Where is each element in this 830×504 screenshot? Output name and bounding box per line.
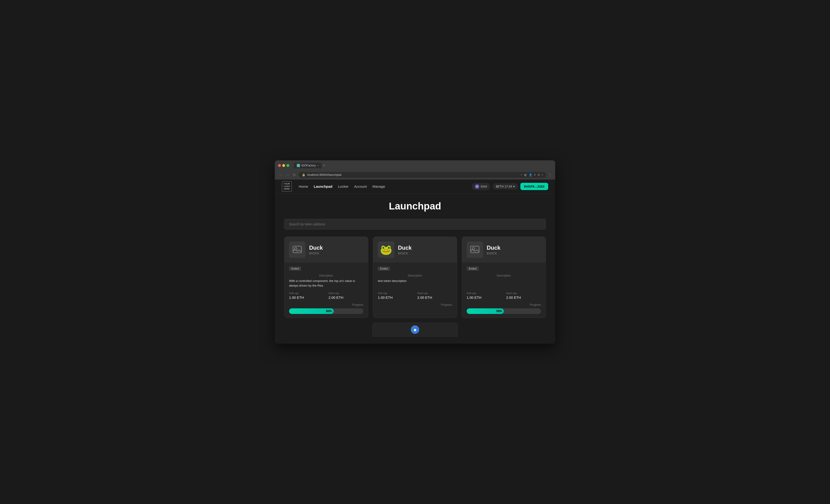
traffic-lights	[278, 164, 289, 167]
page-title: Launchpad	[284, 200, 546, 212]
extension-icon-3[interactable]: ✕	[534, 173, 536, 177]
card-2-header: 🐸 Duck $XDCK	[373, 237, 457, 262]
card-1-hardcap: Hard cap 2.00 ETH	[328, 292, 363, 300]
app-content: YOUR LOGO HERE Home Launchpad Locker Acc…	[275, 180, 555, 344]
close-button[interactable]	[278, 164, 281, 167]
partial-card[interactable]: ◆	[372, 323, 458, 337]
tab-title: IDOFactory	[301, 164, 316, 167]
card-1[interactable]: Duck $XDCK Ended Description With a cont…	[284, 237, 368, 318]
nav-links: Home Launchpad Locker Account Manage	[299, 184, 385, 188]
card-2[interactable]: 🐸 Duck $XDCK Ended Description test toke…	[373, 237, 457, 318]
card-3-desc	[467, 279, 541, 288]
nav-launchpad[interactable]: Launchpad	[314, 184, 332, 188]
card-3-progress-fill: 50%	[467, 308, 504, 314]
card-2-no-progress	[378, 308, 452, 314]
extension-icon-5[interactable]: □	[541, 173, 543, 177]
chevron-down-icon: ▾	[513, 185, 515, 188]
extension-icon-2[interactable]: 👤	[529, 173, 532, 177]
nav-account[interactable]: Account	[354, 184, 367, 188]
card-1-name: Duck	[309, 245, 363, 251]
card-2-progress: Progress	[378, 303, 452, 314]
card-2-image: 🐸	[378, 242, 394, 258]
card-1-symbol: $XDCK	[309, 252, 363, 255]
card-2-name: Duck	[398, 245, 452, 251]
card-3-desc-label: Description	[467, 274, 541, 277]
url-text: localhost:3000/#/launchpad	[307, 173, 341, 177]
card-3-image	[467, 242, 483, 258]
card-3-progress: Progress 50%	[467, 303, 541, 314]
card-3-title-area: Duck $XDCK	[487, 245, 541, 255]
tab-close-button[interactable]: ×	[317, 164, 319, 167]
duck-emoji: 🐸	[380, 244, 392, 255]
main-content: Launchpad Duck	[275, 194, 555, 344]
card-3-symbol: $XDCK	[487, 252, 541, 255]
partial-card-row: ◆	[284, 323, 546, 337]
card-3-status: Ended	[467, 266, 479, 271]
card-3-body: Ended Description Soft cap 1.00 ETH Hard…	[462, 262, 546, 318]
card-1-desc: With a controlled component, the inp ut'…	[289, 279, 363, 288]
cards-grid: Duck $XDCK Ended Description With a cont…	[284, 237, 546, 318]
navbar-right: ◈ Görli $ETH 17.04 ▾ 0x01F6…21E2	[472, 183, 548, 190]
card-3-progress-text: 50%	[496, 310, 502, 313]
svg-rect-0	[293, 246, 301, 253]
extension-icon-4[interactable]: ⚙	[537, 173, 540, 177]
card-2-body: Ended Description test token description…	[373, 262, 457, 318]
nav-locker[interactable]: Locker	[338, 184, 349, 188]
card-3-header: Duck $XDCK	[462, 237, 546, 262]
browser-chrome: I IDOFactory × +	[275, 160, 555, 171]
card-2-title-area: Duck $XDCK	[398, 245, 452, 255]
eth-balance: $ETH 17.04	[496, 185, 512, 188]
refresh-button[interactable]: ↻	[292, 172, 297, 177]
card-1-progress: Progress 60%	[289, 303, 363, 314]
navbar: YOUR LOGO HERE Home Launchpad Locker Acc…	[275, 180, 555, 194]
card-1-image	[289, 242, 306, 258]
forward-button[interactable]: →	[285, 172, 290, 177]
partial-card-icon: ◆	[411, 325, 419, 334]
card-3-hardcap: Hard cap 2.00 ETH	[506, 292, 541, 300]
maximize-button[interactable]	[286, 164, 289, 167]
card-1-desc-label: Description	[289, 274, 363, 277]
extension-icon[interactable]: 🦅	[524, 173, 528, 177]
address-bar-row: ← → ↻ 🔒 localhost:3000/#/launchpad ☆ 🦅 👤…	[275, 171, 555, 180]
address-bar-icons: ☆ 🦅 👤 ✕ ⚙ □	[520, 173, 543, 177]
card-1-softcap: Soft cap 1.00 ETH	[289, 292, 324, 300]
card-1-progress-fill: 60%	[289, 308, 334, 314]
card-2-caps: Soft cap 1.00 ETH Hard cap 2.00 ETH	[378, 292, 452, 300]
card-3-caps: Soft cap 1.00 ETH Hard cap 2.00 ETH	[467, 292, 541, 300]
card-1-header: Duck $XDCK	[284, 237, 368, 262]
back-button[interactable]: ←	[278, 172, 283, 177]
card-2-desc-label: Description	[378, 274, 452, 277]
card-1-caps: Soft cap 1.00 ETH Hard cap 2.00 ETH	[289, 292, 363, 300]
card-2-desc: test token description	[378, 279, 452, 288]
card-2-hardcap: Hard cap 2.00 ETH	[417, 292, 452, 300]
card-1-progress-bar: 60%	[289, 308, 363, 314]
nav-home[interactable]: Home	[299, 184, 308, 188]
card-1-body: Ended Description With a controlled comp…	[284, 262, 368, 318]
new-tab-button[interactable]: +	[323, 163, 325, 168]
card-1-progress-text: 60%	[326, 310, 332, 313]
card-3-progress-bar: 50%	[467, 308, 541, 314]
browser-window: I IDOFactory × + ← → ↻ 🔒 localhost:3000/…	[275, 160, 555, 344]
menu-button[interactable]: ⋮	[548, 173, 552, 177]
card-3-name: Duck	[487, 245, 541, 251]
search-input[interactable]	[284, 219, 546, 229]
minimize-button[interactable]	[282, 164, 285, 167]
card-3[interactable]: Duck $XDCK Ended Description Soft cap 1.…	[462, 237, 546, 318]
nav-manage[interactable]: Manage	[373, 184, 385, 188]
card-2-symbol: $XDCK	[398, 252, 452, 255]
card-2-softcap: Soft cap 1.00 ETH	[378, 292, 413, 300]
svg-rect-2	[471, 246, 479, 253]
eth-balance-badge[interactable]: $ETH 17.04 ▾	[492, 183, 518, 190]
network-badge[interactable]: ◈ Görli	[472, 183, 490, 190]
network-icon: ◈	[475, 184, 479, 189]
logo: YOUR LOGO HERE	[282, 181, 292, 191]
card-1-title-area: Duck $XDCK	[309, 245, 363, 255]
address-bar[interactable]: 🔒 localhost:3000/#/launchpad ☆ 🦅 👤 ✕ ⚙ □	[299, 172, 546, 178]
active-tab[interactable]: I IDOFactory ×	[294, 163, 322, 168]
network-label: Görli	[481, 185, 487, 188]
bookmark-icon[interactable]: ☆	[520, 173, 522, 177]
tab-favicon: I	[297, 164, 300, 167]
wallet-button[interactable]: 0x01F6…21E2	[520, 183, 548, 190]
card-2-status: Ended	[378, 266, 390, 271]
card-3-softcap: Soft cap 1.00 ETH	[467, 292, 502, 300]
